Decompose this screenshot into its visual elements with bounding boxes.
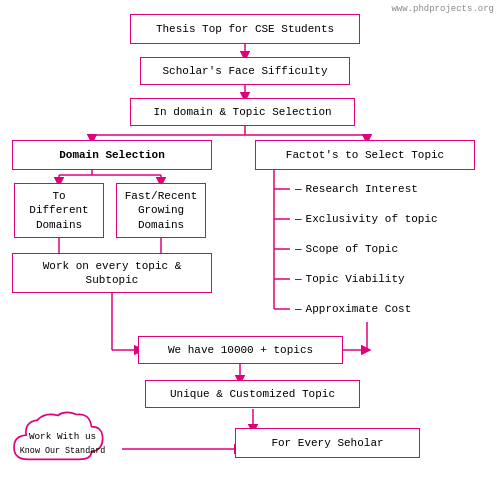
excl-box: — Exclusivity of topic (290, 208, 475, 230)
domain-selection-box: Domain Selection (12, 140, 212, 170)
every-scholar-box: For Every Seholar (235, 428, 420, 458)
cost-box: — Approximate Cost (290, 298, 475, 320)
unique-box: Unique & Customized Topic (145, 380, 360, 408)
scholar-face-box: Scholar's Face Sifficulty (140, 57, 350, 85)
thesis-box: Thesis Top for CSE Students (130, 14, 360, 44)
cloud-shape: Work With us Know Our Standard (8, 408, 118, 478)
watermark: www.phdprojects.org (391, 4, 494, 14)
factors-box: Factot's to Select Topic (255, 140, 475, 170)
fast-domains-box: Fast/Recent Growing Domains (116, 183, 206, 238)
work-every-box: Work on every topic & Subtopic (12, 253, 212, 293)
flowchart: www.phdprojects.org Thesis Top for CSE S… (0, 0, 500, 500)
topics10000-box: We have 10000 + topics (138, 336, 343, 364)
viab-box: — Topic Viability (290, 268, 475, 290)
svg-text:Work With us: Work With us (29, 431, 96, 442)
scope-box: — Scope of Topic (290, 238, 475, 260)
domain-topic-box: In domain & Topic Selection (130, 98, 355, 126)
diff-domains-box: To Different Domains (14, 183, 104, 238)
ri-box: — Research Interest (290, 178, 475, 200)
svg-text:Know Our Standard: Know Our Standard (20, 446, 105, 456)
